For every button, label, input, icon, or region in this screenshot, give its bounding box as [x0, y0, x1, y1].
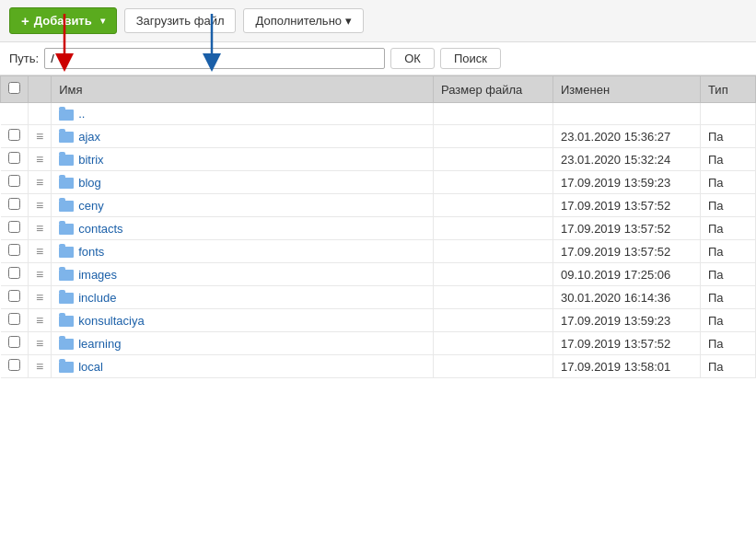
file-name-link[interactable]: local	[78, 360, 103, 374]
row-checkbox[interactable]	[8, 313, 20, 325]
drag-handle-cell[interactable]: ≡	[29, 263, 52, 286]
table-row: ..	[1, 103, 756, 125]
row-checkbox[interactable]	[8, 129, 20, 141]
file-modified-cell: 09.10.2019 17:25:06	[553, 263, 701, 286]
file-name-link[interactable]: learning	[78, 337, 121, 351]
file-name-link[interactable]: contacts	[78, 222, 122, 236]
row-checkbox[interactable]	[8, 198, 20, 210]
file-name-link[interactable]: bitrix	[78, 153, 103, 167]
row-checkbox-cell	[1, 103, 29, 125]
drag-handle-cell[interactable]: ≡	[29, 355, 52, 378]
row-checkbox-cell	[1, 125, 29, 148]
drag-handle-cell[interactable]: ≡	[29, 125, 52, 148]
file-type-cell: Па	[701, 148, 756, 171]
row-checkbox-cell	[1, 309, 29, 332]
folder-icon	[59, 178, 74, 189]
file-name-link[interactable]: ajax	[78, 130, 100, 144]
file-modified-cell: 17.09.2019 13:57:52	[553, 217, 701, 240]
file-name-link[interactable]: ceny	[78, 199, 103, 213]
file-size-cell	[434, 309, 553, 332]
row-checkbox[interactable]	[8, 290, 20, 302]
file-type-cell: Па	[701, 217, 756, 240]
search-button[interactable]: Поиск	[440, 48, 501, 69]
table-row: ≡include30.01.2020 16:14:36Па	[1, 286, 756, 309]
row-checkbox[interactable]	[8, 244, 20, 256]
file-table-body: ..≡ajax23.01.2020 15:36:27Па≡bitrix23.01…	[1, 103, 756, 378]
drag-handle-cell[interactable]: ≡	[29, 148, 52, 171]
file-type-cell: Па	[701, 171, 756, 194]
table-row: ≡blog17.09.2019 13:59:23Па	[1, 171, 756, 194]
file-type-cell: Па	[701, 309, 756, 332]
folder-icon	[59, 201, 74, 212]
upload-button[interactable]: Загрузить файл	[124, 8, 237, 33]
header-checkbox-col	[1, 76, 29, 103]
ok-button[interactable]: ОК	[390, 48, 435, 69]
file-name-link[interactable]: konsultaciya	[78, 314, 145, 328]
drag-icon[interactable]: ≡	[36, 313, 43, 328]
more-button[interactable]: Дополнительно ▾	[243, 8, 364, 33]
file-size-cell	[434, 355, 553, 378]
file-type-cell	[701, 103, 756, 125]
row-checkbox[interactable]	[8, 175, 20, 187]
file-size-cell	[434, 125, 553, 148]
file-name-cell: fonts	[52, 240, 434, 263]
drag-icon[interactable]: ≡	[36, 198, 43, 213]
row-checkbox[interactable]	[8, 359, 20, 371]
drag-handle-cell[interactable]: ≡	[29, 332, 52, 355]
row-checkbox-cell	[1, 240, 29, 263]
drag-icon[interactable]: ≡	[36, 359, 43, 374]
file-size-cell	[434, 194, 553, 217]
folder-icon	[59, 339, 74, 350]
table-row: ≡learning17.09.2019 13:57:52Па	[1, 332, 756, 355]
row-checkbox[interactable]	[8, 221, 20, 233]
row-checkbox[interactable]	[8, 152, 20, 164]
row-checkbox[interactable]	[8, 267, 20, 279]
file-size-cell	[434, 217, 553, 240]
drag-icon[interactable]: ≡	[36, 175, 43, 190]
file-name-cell: contacts	[52, 217, 434, 240]
drag-icon[interactable]: ≡	[36, 267, 43, 282]
file-name-cell: ceny	[52, 194, 434, 217]
more-chevron-icon: ▾	[345, 14, 352, 28]
folder-icon	[59, 362, 74, 373]
file-type-cell: Па	[701, 355, 756, 378]
file-name-link[interactable]: blog	[78, 176, 101, 190]
row-checkbox[interactable]	[8, 336, 20, 348]
table-row: ≡fonts17.09.2019 13:57:52Па	[1, 240, 756, 263]
drag-icon[interactable]: ≡	[36, 244, 43, 259]
drag-icon[interactable]: ≡	[36, 221, 43, 236]
drag-handle-cell[interactable]: ≡	[29, 309, 52, 332]
file-name-cell: blog	[52, 171, 434, 194]
file-name-link[interactable]: include	[78, 291, 116, 305]
file-modified-cell: 17.09.2019 13:57:52	[553, 194, 701, 217]
file-modified-cell: 17.09.2019 13:57:52	[553, 240, 701, 263]
file-modified-cell: 17.09.2019 13:58:01	[553, 355, 701, 378]
drag-handle-cell[interactable]: ≡	[29, 286, 52, 309]
file-name-link[interactable]: images	[78, 268, 117, 282]
add-label: Добавить	[34, 14, 92, 28]
drag-handle-cell[interactable]: ≡	[29, 194, 52, 217]
path-input[interactable]	[44, 48, 385, 69]
folder-icon	[59, 110, 74, 121]
file-modified-cell: 17.09.2019 13:57:52	[553, 332, 701, 355]
row-checkbox-cell	[1, 263, 29, 286]
file-size-cell	[434, 103, 553, 125]
file-name-link[interactable]: fonts	[78, 245, 104, 259]
drag-icon[interactable]: ≡	[36, 152, 43, 167]
drag-icon[interactable]: ≡	[36, 129, 43, 144]
header-modified: Изменен	[553, 76, 701, 103]
drag-icon[interactable]: ≡	[36, 336, 43, 351]
drag-icon[interactable]: ≡	[36, 290, 43, 305]
file-size-cell	[434, 263, 553, 286]
drag-handle-cell[interactable]: ≡	[29, 171, 52, 194]
file-name-link[interactable]: ..	[78, 107, 85, 121]
file-name-cell: konsultaciya	[52, 309, 434, 332]
file-name-cell: ..	[52, 103, 434, 125]
file-size-cell	[434, 148, 553, 171]
select-all-checkbox[interactable]	[8, 82, 20, 94]
drag-handle-cell[interactable]: ≡	[29, 217, 52, 240]
table-row: ≡local17.09.2019 13:58:01Па	[1, 355, 756, 378]
drag-handle-cell[interactable]: ≡	[29, 240, 52, 263]
path-label: Путь:	[9, 52, 39, 65]
add-button[interactable]: + Добавить ▾	[9, 7, 117, 34]
